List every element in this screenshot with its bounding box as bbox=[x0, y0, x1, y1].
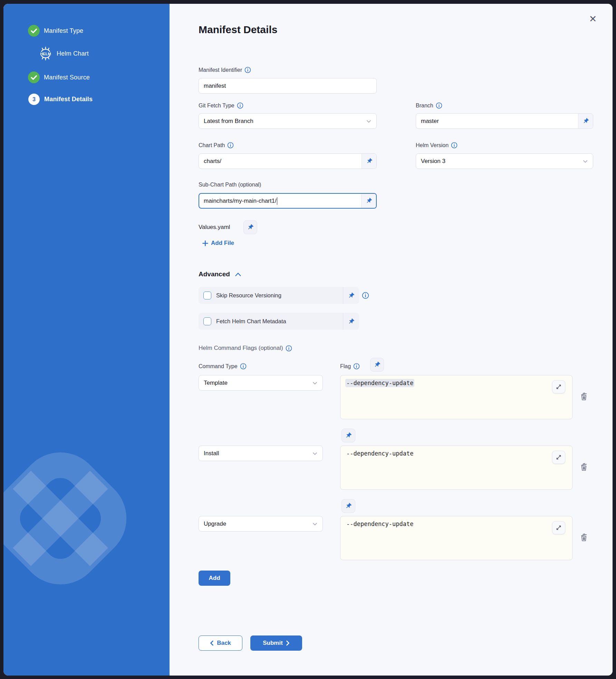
add-file-button[interactable]: Add File bbox=[202, 240, 234, 247]
step-label: Manifest Details bbox=[44, 96, 93, 103]
chevron-up-icon bbox=[235, 272, 241, 277]
plus-icon bbox=[202, 240, 208, 246]
manifest-identifier-input[interactable] bbox=[199, 83, 376, 89]
step-manifest-details[interactable]: 3 Manifest Details bbox=[28, 94, 93, 105]
chevron-right-icon bbox=[286, 640, 290, 646]
checkbox-label: Fetch Helm Chart Metadata bbox=[216, 318, 343, 325]
info-icon[interactable] bbox=[286, 345, 292, 352]
flag-textarea-install[interactable]: --dependency-update bbox=[340, 446, 572, 490]
fetch-helm-chart-metadata-checkbox[interactable] bbox=[203, 317, 211, 325]
chevron-down-icon bbox=[365, 118, 372, 125]
svg-text:HELM: HELM bbox=[40, 52, 51, 56]
expand-icon[interactable] bbox=[552, 451, 565, 464]
submit-button[interactable]: Submit bbox=[250, 635, 302, 651]
branch-input[interactable] bbox=[416, 118, 578, 125]
manifest-details-panel: ✕ Manifest Details Manifest Identifier G… bbox=[170, 4, 613, 676]
skip-resource-versioning-checkbox[interactable] bbox=[203, 291, 211, 299]
add-button[interactable]: Add bbox=[199, 571, 230, 586]
step-label: Manifest Source bbox=[44, 74, 90, 81]
manifest-identifier-label: Manifest Identifier bbox=[199, 67, 251, 73]
check-circle-icon bbox=[28, 71, 40, 83]
info-icon[interactable] bbox=[451, 142, 458, 149]
sub-chart-path-label: Sub-Chart Path (optional) bbox=[199, 182, 261, 188]
git-fetch-type-select[interactable]: Latest from Branch bbox=[199, 113, 377, 129]
chevron-down-icon bbox=[311, 380, 318, 386]
advanced-section-toggle[interactable]: Advanced bbox=[199, 270, 241, 278]
chevron-left-icon bbox=[210, 640, 214, 646]
step-manifest-source[interactable]: Manifest Source bbox=[28, 71, 90, 83]
info-icon[interactable] bbox=[436, 102, 442, 109]
helm-command-flags-label: Helm Command Flags (optional) bbox=[199, 345, 292, 352]
step-helm-chart[interactable]: HELM Helm Chart bbox=[38, 46, 89, 61]
manifest-wizard-modal: Manifest Type HELM Helm Chart bbox=[3, 4, 613, 676]
sub-chart-path-field[interactable]: maincharts/my-main-chart1/ bbox=[199, 193, 377, 209]
flag-pin-button[interactable] bbox=[341, 429, 355, 442]
flag-textarea-template[interactable]: --dependency-update bbox=[340, 375, 572, 419]
wizard-steps-sidebar: Manifest Type HELM Helm Chart bbox=[3, 4, 170, 676]
pin-icon[interactable] bbox=[343, 313, 359, 330]
values-yaml-label: Values.yaml bbox=[199, 224, 230, 231]
pin-icon[interactable] bbox=[578, 114, 593, 128]
flag-label: Flag bbox=[340, 363, 360, 370]
command-type-label: Command Type bbox=[199, 363, 247, 370]
harness-logo-watermark bbox=[3, 425, 154, 612]
delete-flag-icon[interactable] bbox=[579, 533, 589, 543]
branch-field[interactable] bbox=[416, 113, 593, 129]
expand-icon[interactable] bbox=[552, 521, 565, 534]
page-title: Manifest Details bbox=[199, 24, 277, 36]
git-fetch-type-label: Git Fetch Type bbox=[199, 102, 243, 109]
chart-path-label: Chart Path bbox=[199, 142, 234, 149]
step-number-badge: 3 bbox=[28, 94, 40, 105]
info-icon[interactable] bbox=[237, 102, 243, 109]
screen-background: Manifest Type HELM Helm Chart bbox=[0, 0, 616, 679]
chart-path-input[interactable] bbox=[199, 158, 362, 165]
step-label: Manifest Type bbox=[44, 27, 83, 35]
command-type-select-upgrade[interactable]: Upgrade bbox=[199, 516, 323, 532]
fetch-helm-chart-metadata-row: Fetch Helm Chart Metadata bbox=[199, 313, 359, 330]
helm-wheel-icon: HELM bbox=[38, 46, 53, 61]
flag-pin-button[interactable] bbox=[370, 358, 384, 372]
info-icon[interactable] bbox=[362, 292, 369, 299]
pin-icon[interactable] bbox=[343, 287, 359, 304]
back-button[interactable]: Back bbox=[199, 635, 242, 651]
manifest-identifier-field[interactable] bbox=[199, 78, 377, 94]
chevron-down-icon bbox=[311, 450, 318, 457]
command-type-select-template[interactable]: Template bbox=[199, 375, 323, 391]
check-circle-icon bbox=[28, 25, 40, 37]
text-cursor bbox=[277, 197, 278, 205]
info-icon[interactable] bbox=[244, 67, 251, 73]
close-icon[interactable]: ✕ bbox=[587, 13, 599, 25]
branch-label: Branch bbox=[416, 102, 442, 109]
info-icon[interactable] bbox=[240, 363, 247, 370]
info-icon[interactable] bbox=[353, 363, 360, 370]
checkbox-label: Skip Resource Versioning bbox=[216, 292, 343, 299]
step-label: Helm Chart bbox=[57, 50, 89, 57]
flag-pin-button[interactable] bbox=[341, 499, 355, 513]
info-icon[interactable] bbox=[227, 142, 234, 149]
helm-version-label: Helm Version bbox=[416, 142, 458, 149]
pin-icon[interactable] bbox=[361, 194, 376, 208]
flag-textarea-upgrade[interactable]: --dependency-update bbox=[340, 516, 572, 560]
chart-path-field[interactable] bbox=[199, 153, 377, 169]
skip-resource-versioning-row: Skip Resource Versioning bbox=[199, 287, 359, 304]
chevron-down-icon bbox=[582, 158, 589, 165]
helm-version-select[interactable]: Version 3 bbox=[416, 153, 593, 169]
expand-icon[interactable] bbox=[552, 380, 565, 393]
delete-flag-icon[interactable] bbox=[579, 462, 589, 472]
command-type-select-install[interactable]: Install bbox=[199, 446, 323, 461]
values-yaml-pin-button[interactable] bbox=[243, 220, 257, 234]
pin-icon[interactable] bbox=[362, 154, 376, 169]
chevron-down-icon bbox=[311, 520, 318, 527]
step-manifest-type[interactable]: Manifest Type bbox=[28, 25, 83, 37]
delete-flag-icon[interactable] bbox=[579, 392, 589, 402]
